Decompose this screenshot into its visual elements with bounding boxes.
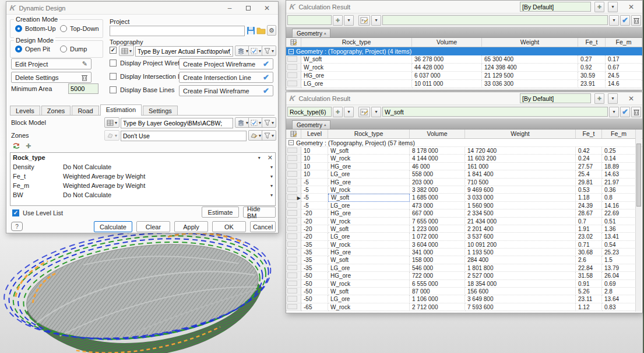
table-cell[interactable]: 6 037 000 — [412, 72, 482, 80]
radio-top-down[interactable]: Top-Down — [60, 25, 99, 32]
table-cell[interactable]: -35 — [301, 264, 328, 272]
checkbox-icon[interactable] — [110, 73, 117, 80]
field-dropdown-button[interactable]: ▾ — [344, 107, 354, 117]
table-cell[interactable]: 3 033 000 — [465, 194, 576, 201]
table-cell[interactable]: 4 144 000 — [410, 155, 465, 162]
column-header[interactable]: Level — [301, 130, 328, 138]
table-cell[interactable]: 87 000 — [410, 288, 465, 295]
table-cell[interactable]: W_soft — [328, 288, 410, 295]
table-row[interactable]: -50W_rock6 555 00018 354 0000.910.69 — [286, 280, 642, 288]
table-cell[interactable]: 1 106 000 — [410, 295, 465, 303]
table-cell[interactable]: -35 — [301, 241, 328, 249]
edit-project-button[interactable]: Edit Project ✎ — [11, 58, 92, 69]
table-row[interactable]: -5LG_ore473 0001 560 90024.3914.16 — [286, 202, 642, 209]
column-header[interactable]: Volume — [410, 130, 465, 138]
table-cell[interactable]: 9 469 600 — [465, 186, 576, 194]
tab-road[interactable]: Road — [72, 106, 98, 116]
column-header[interactable]: Rock_type — [328, 130, 410, 138]
block-model-filter-button[interactable]: ▾ — [262, 117, 276, 128]
table-cell[interactable]: 0.67 — [606, 64, 642, 72]
topography-select-button[interactable]: ▾ — [119, 46, 134, 56]
row-selector[interactable] — [286, 64, 301, 72]
row-selector[interactable] — [286, 249, 301, 256]
display-base-lines-row[interactable]: Display Base Lines — [110, 86, 175, 93]
table-cell[interactable]: 1.36 — [602, 225, 636, 233]
table-cell[interactable]: 0.14 — [602, 155, 636, 162]
add-preset-button[interactable]: ✚ — [594, 93, 604, 104]
use-level-list-row[interactable]: Use Level List — [12, 209, 63, 216]
table-row[interactable]: W_rock44 428 000124 398 4000.920.67 — [286, 64, 642, 72]
table-row[interactable]: ▶-5W_soft1 685 0003 033 0001.180.8 — [286, 194, 642, 201]
table-cell[interactable]: W_rock — [328, 241, 410, 249]
add-field-button[interactable]: ✚ — [333, 107, 343, 117]
delete-settings-button[interactable]: Delete Settings — [11, 72, 92, 83]
chevron-down-icon[interactable]: ▾ — [270, 174, 273, 179]
table-cell[interactable]: 341 000 — [410, 249, 465, 256]
table-cell[interactable]: 13.41 — [602, 233, 636, 240]
table-cell[interactable]: 31.58 — [576, 272, 602, 279]
table-cell[interactable]: 0.51 — [602, 218, 636, 225]
dynamic-design-titlebar[interactable]: K Dynamic Design – ✕ — [6, 2, 278, 15]
clear-button[interactable]: Clear — [136, 221, 170, 232]
table-row[interactable]: -50W_soft87 000156 6005.262.8 — [286, 288, 642, 295]
row-selector[interactable] — [286, 147, 301, 155]
row-selector[interactable] — [286, 225, 301, 233]
column-header[interactable]: Fe_t — [578, 38, 606, 47]
create-intersection-line-button[interactable]: Create Intersection Line ✔ — [179, 72, 273, 83]
table-row[interactable]: 10LG_ore558 0001 841 40025.414.63 — [286, 170, 642, 178]
radio-open-pit[interactable]: Open Pit — [15, 46, 50, 53]
table-cell[interactable]: 2.6 — [576, 256, 602, 264]
table-cell[interactable]: 14.63 — [602, 170, 636, 178]
table-cell[interactable]: -35 — [301, 256, 328, 264]
close-icon[interactable]: ✕ — [624, 95, 639, 103]
table-cell[interactable]: 13.79 — [602, 264, 636, 272]
radio-icon[interactable] — [15, 25, 22, 32]
table-cell[interactable]: 7 593 600 — [465, 303, 576, 311]
maximize-icon[interactable] — [241, 4, 256, 12]
table-row[interactable]: -35LG_ore546 0001 801 80022.8413.79 — [286, 264, 642, 272]
table-cell[interactable]: 2 201 400 — [465, 225, 576, 233]
table-cell[interactable]: 10 — [301, 163, 328, 170]
chevron-down-icon[interactable]: ▾ — [258, 155, 261, 160]
table-cell[interactable]: 2 527 000 — [465, 272, 576, 279]
attribute-row-density[interactable]: Density Do Not Calculate ▾ — [10, 162, 275, 172]
minimize-icon[interactable]: – — [222, 4, 237, 12]
table-cell[interactable]: 14.6 — [606, 80, 642, 88]
table-cell[interactable]: 23.11 — [576, 295, 602, 303]
create-final-wireframe-button[interactable]: Create Final Wireframe ✔ — [179, 85, 273, 96]
table-row[interactable]: -20LG_ore1 072 0003 537 60023.0213.41 — [286, 233, 642, 240]
row-selector[interactable] — [286, 303, 301, 311]
minimum-area-input[interactable] — [68, 83, 98, 94]
table-cell[interactable]: 0.36 — [602, 186, 636, 194]
topography-filter-button[interactable]: ▾ — [262, 46, 276, 56]
table-cell[interactable]: W_soft — [328, 256, 410, 264]
attribute-row-rock-type[interactable]: Rock_type ▾ ✕ — [10, 153, 275, 162]
table-cell[interactable]: 124 398 400 — [482, 64, 578, 72]
table-cell[interactable]: LG_ore — [328, 202, 410, 209]
add-field-button[interactable]: ✚ — [333, 15, 343, 26]
table-cell[interactable]: 1 072 000 — [410, 233, 465, 240]
table-cell[interactable]: 24.5 — [606, 72, 642, 80]
row-selector[interactable] — [286, 209, 301, 217]
row-selector[interactable] — [286, 288, 301, 295]
block-model-input[interactable] — [121, 118, 233, 128]
table-cell[interactable]: 0.17 — [606, 55, 642, 64]
table-row[interactable]: -65W_rock2 712 0007 593 6001.120.83 — [286, 303, 642, 311]
table-row[interactable]: HG_ore6 037 00021 129 50030.5924.5 — [286, 72, 642, 80]
table-cell[interactable]: 5.26 — [576, 288, 602, 295]
table-cell[interactable]: 3 382 000 — [410, 186, 465, 194]
refresh-attributes-icon[interactable] — [12, 142, 20, 149]
table-cell[interactable]: 6 555 000 — [410, 280, 465, 288]
table-cell[interactable]: 21 129 500 — [482, 72, 578, 80]
table-cell[interactable]: LG_ore — [328, 295, 410, 303]
group-row[interactable]: − Geometry : (Topography, Project) (57 i… — [286, 139, 642, 147]
row-selector[interactable] — [286, 218, 301, 225]
add-preset-button[interactable]: ✚ — [594, 2, 604, 12]
table-cell[interactable]: 0.92 — [578, 64, 606, 72]
table-cell[interactable]: 1 685 000 — [410, 194, 465, 201]
checkbox-icon[interactable] — [110, 86, 117, 93]
block-model-select-button[interactable]: ▾ — [104, 117, 119, 128]
table-cell[interactable]: 21.97 — [602, 179, 636, 186]
row-selector[interactable] — [286, 179, 301, 186]
table-cell[interactable]: 3 604 000 — [410, 241, 465, 249]
